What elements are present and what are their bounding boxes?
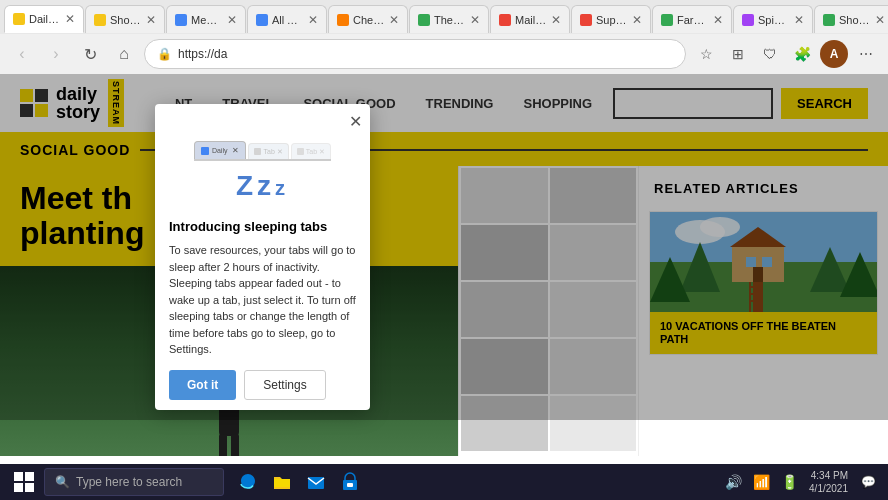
modal-header: ✕ [155,104,370,131]
tab-close-icon[interactable]: ✕ [389,13,399,27]
tab-4[interactable]: All Abou... ✕ [247,5,327,33]
mail-icon [306,472,326,492]
tab-favicon [175,14,187,26]
tab-favicon [661,14,673,26]
tab-close-icon[interactable]: ✕ [551,13,561,27]
taskbar-apps [232,466,366,498]
svg-rect-27 [14,483,23,492]
tab-title: All Abou... [272,14,304,26]
clock-time: 4:34 PM [811,469,848,482]
tab-close-icon[interactable]: ✕ [875,13,885,27]
tab-9[interactable]: Farm to... ✕ [652,5,732,33]
svg-rect-26 [25,472,34,481]
address-text: https://da [178,47,227,61]
mock-tab-2: Tab ✕ [248,143,288,159]
address-bar[interactable]: 🔒 https://da [144,39,686,69]
favorites-icon[interactable]: ☆ [692,40,720,68]
home-button[interactable]: ⌂ [110,40,138,68]
tab-close-icon[interactable]: ✕ [65,12,75,26]
mock-tab-1: Daily ✕ [194,141,247,159]
tab-title: Farm to... [677,14,709,26]
edge-logo [238,472,258,492]
network-icon[interactable]: 📶 [749,470,773,494]
tab-2[interactable]: Shop Lo... ✕ [85,5,165,33]
tab-10[interactable]: Spike &... ✕ [733,5,813,33]
tab-close-icon[interactable]: ✕ [227,13,237,27]
modal-buttons: Got it Settings [169,370,356,400]
tab-favicon [256,14,268,26]
toolbar-icons: ☆ ⊞ 🛡 🧩 A ⋯ [692,40,880,68]
tab-6[interactable]: The Pet ... ✕ [409,5,489,33]
tab-favicon [499,14,511,26]
tab-title: Meet th... [191,14,223,26]
modal-overlay [0,74,888,420]
taskbar-system-icons: 🔊 📶 🔋 [721,470,801,494]
tab-title: Daily Sto... [29,13,61,25]
mock-tab-3: Tab ✕ [291,143,331,159]
settings-icon[interactable]: ⋯ [852,40,880,68]
start-button[interactable] [8,466,40,498]
windows-icon [14,472,34,492]
tab-close-icon[interactable]: ✕ [713,13,723,27]
tab-close-icon[interactable]: ✕ [146,13,156,27]
got-it-button[interactable]: Got it [169,370,236,400]
zzz-text: Zzz [236,166,289,206]
tab-favicon [13,13,25,25]
browser-window: Daily Sto... ✕ Shop Lo... ✕ Meet th... ✕… [0,0,888,456]
tab-favicon [580,14,592,26]
tab-favicon [337,14,349,26]
speaker-icon[interactable]: 🔊 [721,470,745,494]
refresh-button[interactable]: ↻ [76,40,104,68]
tab-title: Spike &... [758,14,790,26]
tab-active[interactable]: Daily Sto... ✕ [4,5,84,33]
tab-favicon [418,14,430,26]
tab-title: Mail - T... [515,14,547,26]
modal-content: Introducing sleeping tabs To save resour… [155,211,370,410]
store-icon [340,472,360,492]
taskbar-mail-icon[interactable] [300,466,332,498]
taskbar-right: 🔊 📶 🔋 4:34 PM 4/1/2021 💬 [721,469,880,495]
tab-close-icon[interactable]: ✕ [470,13,480,27]
collections-icon[interactable]: ⊞ [724,40,752,68]
shield-icon[interactable]: 🛡 [756,40,784,68]
sleeping-tabs-modal: ✕ Daily ✕ Tab ✕ [155,104,370,410]
back-button[interactable]: ‹ [8,40,36,68]
taskbar-search-placeholder: Type here to search [76,475,182,489]
tab-close-icon[interactable]: ✕ [794,13,804,27]
settings-button[interactable]: Settings [244,370,325,400]
tab-8[interactable]: Super St... ✕ [571,5,651,33]
tab-title: The Pet ... [434,14,466,26]
svg-rect-28 [25,483,34,492]
profile-avatar[interactable]: A [820,40,848,68]
tab-3[interactable]: Meet th... ✕ [166,5,246,33]
tab-close-icon[interactable]: ✕ [632,13,642,27]
modal-description: To save resources, your tabs will go to … [169,242,356,358]
clock-date: 4/1/2021 [809,482,848,495]
tab-bar: Daily Sto... ✕ Shop Lo... ✕ Meet th... ✕… [0,0,888,34]
taskbar-store-icon[interactable] [334,466,366,498]
extensions-icon[interactable]: 🧩 [788,40,816,68]
tab-5[interactable]: Chef's t... ✕ [328,5,408,33]
tab-title: Chef's t... [353,14,385,26]
tab-7[interactable]: Mail - T... ✕ [490,5,570,33]
tab-11[interactable]: Shopisi... ✕ [814,5,888,33]
svg-rect-25 [14,472,23,481]
battery-icon[interactable]: 🔋 [777,470,801,494]
notification-icon[interactable]: 💬 [856,470,880,494]
taskbar-file-explorer[interactable] [266,466,298,498]
taskbar-search[interactable]: 🔍 Type here to search [44,468,224,496]
tab-favicon [742,14,754,26]
tab-close-icon[interactable]: ✕ [308,13,318,27]
tab-title: Shop Lo... [110,14,142,26]
modal-title: Introducing sleeping tabs [169,219,356,234]
modal-close-button[interactable]: ✕ [349,112,362,131]
folder-icon [272,472,292,492]
lock-icon: 🔒 [157,47,172,61]
forward-button[interactable]: › [42,40,70,68]
taskbar-edge-icon[interactable] [232,466,264,498]
svg-rect-5 [231,434,239,456]
taskbar-search-icon: 🔍 [55,475,70,489]
svg-rect-31 [347,483,353,487]
address-bar-row: ‹ › ↻ ⌂ 🔒 https://da ☆ ⊞ 🛡 🧩 A ⋯ [0,34,888,74]
tab-title: Super St... [596,14,628,26]
